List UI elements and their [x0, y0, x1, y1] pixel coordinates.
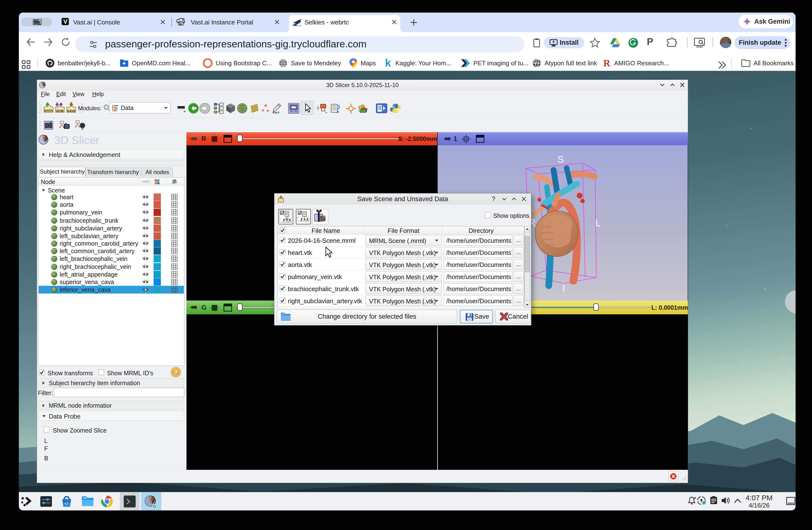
svg-text:L: L — [595, 217, 601, 228]
svg-text:S: S — [557, 154, 564, 165]
svg-text:I: I — [562, 282, 565, 294]
svg-text:DCM: DCM — [56, 109, 63, 113]
svg-text:DATA: DATA — [44, 109, 53, 112]
svg-text:SAVE: SAVE — [67, 109, 76, 113]
